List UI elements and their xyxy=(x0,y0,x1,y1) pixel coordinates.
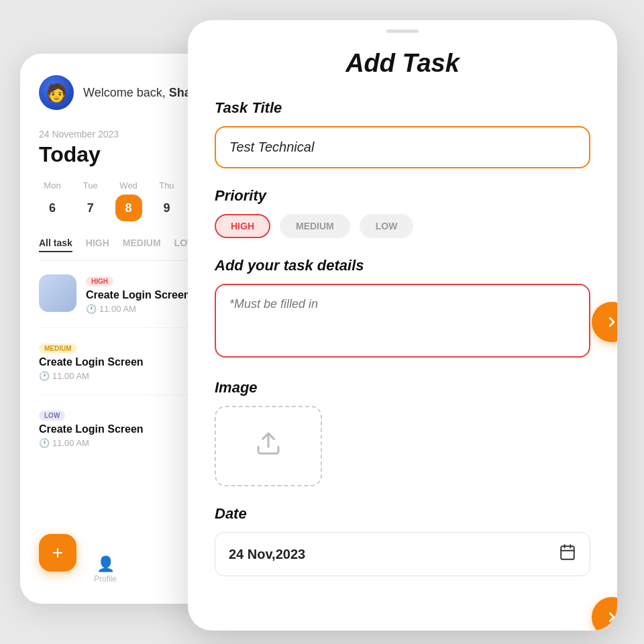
task-details-label: Add your task details xyxy=(215,257,590,274)
add-task-title: Add Task xyxy=(215,49,590,78)
cal-day-num-mon: 6 xyxy=(39,195,66,221)
image-section-label: Image xyxy=(215,379,590,396)
priority-section-label: Priority xyxy=(215,187,590,205)
cal-day-num-tue: 7 xyxy=(77,195,104,221)
cal-day-tue[interactable]: Tue 7 xyxy=(77,180,104,221)
priority-badge-low-3: LOW xyxy=(39,411,65,421)
priority-badge-medium-2: MEDIUM xyxy=(39,343,77,354)
avatar: 🧑 xyxy=(39,75,74,110)
clock-icon-1: 🕐 xyxy=(86,304,97,314)
calendar-icon xyxy=(559,543,576,565)
filter-tab-high[interactable]: HIGH xyxy=(86,237,109,252)
svg-rect-1 xyxy=(561,546,574,559)
priority-section: Priority HIGH MEDIUM LOW xyxy=(215,187,590,238)
profile-tab[interactable]: 👤 Profile xyxy=(94,555,117,584)
date-row[interactable]: 24 Nov,2023 xyxy=(215,532,590,576)
upload-icon xyxy=(255,430,282,463)
clock-icon-2: 🕐 xyxy=(39,371,50,381)
add-task-fab[interactable]: + xyxy=(39,534,76,572)
drag-handle[interactable] xyxy=(386,30,419,33)
right-action-button-top[interactable] xyxy=(592,302,617,342)
priority-badge-high-1: HIGH xyxy=(86,276,113,286)
welcome-text: Welcome back, Shah xyxy=(83,86,199,100)
cal-day-num-thu: 9 xyxy=(153,195,180,221)
priority-medium-button[interactable]: MEDIUM xyxy=(280,214,350,238)
image-upload-box[interactable] xyxy=(215,406,322,486)
image-section: Image xyxy=(215,379,590,486)
priority-high-button[interactable]: HIGH xyxy=(215,214,270,238)
task-thumb-1 xyxy=(39,274,76,312)
clock-icon-3: 🕐 xyxy=(39,438,50,448)
cal-day-wed[interactable]: Wed 8 xyxy=(115,180,142,221)
date-value: 24 Nov,2023 xyxy=(229,547,305,562)
cal-day-thu[interactable]: Thu 9 xyxy=(153,180,180,221)
priority-options: HIGH MEDIUM LOW xyxy=(215,214,590,238)
welcome-prefix: Welcome back, xyxy=(83,86,169,99)
task-title-input[interactable] xyxy=(215,126,590,168)
cal-day-name-thu: Thu xyxy=(159,180,174,191)
profile-label: Profile xyxy=(94,574,117,584)
task-title-section-label: Task Title xyxy=(215,99,590,117)
date-section: Date 24 Nov,2023 xyxy=(215,505,590,576)
date-section-label: Date xyxy=(215,505,590,523)
priority-low-button[interactable]: LOW xyxy=(360,214,414,238)
cal-day-mon[interactable]: Mon 6 xyxy=(39,180,66,221)
cal-day-num-wed: 8 xyxy=(115,195,142,221)
filter-tab-all[interactable]: All task xyxy=(39,237,72,252)
cal-day-name-tue: Tue xyxy=(83,180,98,191)
filter-tab-medium[interactable]: MEDIUM xyxy=(123,237,161,252)
cal-day-name-wed: Wed xyxy=(119,180,138,191)
task-details-section: Add your task details xyxy=(215,257,590,360)
add-task-card: Add Task Task Title Priority HIGH MEDIUM… xyxy=(188,20,617,631)
profile-icon: 👤 xyxy=(97,555,115,573)
right-action-button-bottom[interactable] xyxy=(592,597,617,631)
task-details-textarea[interactable] xyxy=(215,284,590,358)
cal-day-name-mon: Mon xyxy=(44,180,60,191)
plus-icon: + xyxy=(52,542,63,564)
